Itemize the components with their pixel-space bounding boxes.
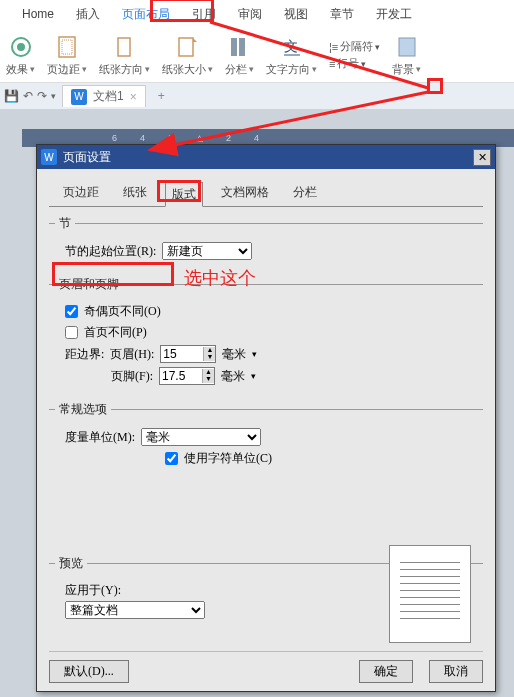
section-start-label: 节的起始位置(R):: [65, 243, 156, 260]
tab-chapter[interactable]: 章节: [328, 2, 356, 27]
margins-button[interactable]: 页边距: [47, 34, 87, 77]
dialog-title: 页面设置: [63, 149, 111, 166]
svg-text:文: 文: [284, 38, 298, 54]
orientation-icon: [112, 34, 138, 60]
linenumber-button[interactable]: ≡行号▾: [329, 56, 380, 71]
document-tab[interactable]: W 文档1 ×: [62, 85, 146, 107]
dlgtab-columns[interactable]: 分栏: [287, 181, 323, 206]
tab-developer[interactable]: 开发工: [374, 2, 414, 27]
close-icon[interactable]: ✕: [473, 149, 491, 166]
separator-button[interactable]: ¦≡分隔符▾: [329, 39, 380, 54]
size-icon: [175, 34, 201, 60]
breaks-group: ¦≡分隔符▾ ≡行号▾: [329, 39, 380, 71]
cancel-button[interactable]: 取消: [429, 660, 483, 683]
dlgtab-layout[interactable]: 版式: [165, 182, 203, 207]
effects-icon: [8, 34, 34, 60]
columns-icon: [227, 34, 253, 60]
footer-label: 页脚(F):: [111, 368, 153, 385]
dialog-icon: W: [41, 149, 57, 165]
app-logo-icon: W: [71, 89, 87, 105]
orientation-button[interactable]: 纸张方向: [99, 34, 150, 77]
save-icon[interactable]: 💾: [4, 89, 19, 103]
tab-insert[interactable]: 插入: [74, 2, 102, 27]
columns-button[interactable]: 分栏: [225, 34, 254, 77]
qat-more[interactable]: ▾: [51, 91, 56, 101]
new-tab[interactable]: +: [152, 89, 171, 103]
firstpage-checkbox[interactable]: [65, 326, 78, 339]
oddeven-label: 奇偶页不同(O): [84, 303, 161, 320]
dialog-tabs: 页边距 纸张 版式 文档网格 分栏: [49, 179, 483, 207]
applyto-select[interactable]: 整篇文档: [65, 601, 205, 619]
svg-rect-6: [231, 38, 237, 56]
document-name: 文档1: [93, 88, 124, 105]
footer-field[interactable]: [160, 369, 202, 383]
headerfooter-group: 页眉和页脚 奇偶页不同(O) 首页不同(P) 距边界: 页眉(H): ▲▼ 毫米…: [49, 276, 483, 393]
svg-rect-4: [118, 38, 130, 56]
svg-rect-9: [399, 38, 415, 56]
separator-icon: ¦≡: [329, 41, 338, 53]
svg-rect-3: [62, 40, 72, 54]
linenumber-icon: ≡: [329, 58, 335, 70]
section-group: 节 节的起始位置(R): 新建页: [49, 215, 483, 268]
header-unit: 毫米: [222, 346, 246, 363]
size-button[interactable]: 纸张大小: [162, 34, 213, 77]
applyto-label: 应用于(Y):: [65, 582, 121, 599]
tab-view[interactable]: 视图: [282, 2, 310, 27]
background-button[interactable]: 背景: [392, 34, 421, 77]
header-field[interactable]: [161, 347, 203, 361]
document-tabs: 💾 ↶ ↷ ▾ W 文档1 × +: [0, 83, 514, 109]
footer-stepper[interactable]: ▲▼: [159, 367, 215, 385]
unit-select[interactable]: 毫米: [141, 428, 261, 446]
tab-review[interactable]: 审阅: [236, 2, 264, 27]
tab-close[interactable]: ×: [130, 90, 137, 104]
textdirection-button[interactable]: 文 文字方向: [266, 34, 317, 77]
header-label: 页眉(H):: [110, 346, 154, 363]
page-setup-dialog: W页面设置 ✕ 页边距 纸张 版式 文档网格 分栏 节 节的起始位置(R): 新…: [36, 144, 496, 692]
annotation-text: 选中这个: [184, 266, 256, 290]
ribbon-body: 效果 页边距 纸张方向 纸张大小 分栏 文 文字方向 ¦≡分隔符▾ ≡行号▾ 背…: [0, 28, 514, 83]
tab-home[interactable]: Home: [20, 3, 56, 25]
header-stepper[interactable]: ▲▼: [160, 345, 216, 363]
ok-button[interactable]: 确定: [359, 660, 413, 683]
margins-icon: [54, 34, 80, 60]
dialog-footer: 默认(D)... 确定 取消: [49, 651, 483, 683]
svg-rect-7: [239, 38, 245, 56]
fromedge-label: 距边界:: [65, 346, 104, 363]
effects-button[interactable]: 效果: [6, 34, 35, 77]
preview-thumbnail: [389, 545, 471, 643]
tab-references[interactable]: 引用: [190, 2, 218, 27]
section-start-select[interactable]: 新建页: [162, 242, 252, 260]
quick-access: 💾 ↶ ↷ ▾: [4, 89, 56, 103]
redo-icon[interactable]: ↷: [37, 89, 47, 103]
textdirection-icon: 文: [279, 34, 305, 60]
oddeven-checkbox[interactable]: [65, 305, 78, 318]
firstpage-label: 首页不同(P): [84, 324, 147, 341]
footer-unit: 毫米: [221, 368, 245, 385]
usechar-label: 使用字符单位(C): [184, 450, 272, 467]
dlgtab-grid[interactable]: 文档网格: [215, 181, 275, 206]
dialog-titlebar[interactable]: W页面设置 ✕: [37, 145, 495, 169]
unit-label: 度量单位(M):: [65, 429, 135, 446]
dlgtab-margins[interactable]: 页边距: [57, 181, 105, 206]
dlgtab-paper[interactable]: 纸张: [117, 181, 153, 206]
background-icon: [394, 34, 420, 60]
default-button[interactable]: 默认(D)...: [49, 660, 129, 683]
svg-point-1: [17, 43, 25, 51]
tab-pagelayout[interactable]: 页面布局: [120, 2, 172, 27]
ribbon-tabs: Home 插入 页面布局 引用 审阅 视图 章节 开发工: [0, 0, 514, 28]
general-group: 常规选项 度量单位(M): 毫米 使用字符单位(C): [49, 401, 483, 475]
usechar-checkbox[interactable]: [165, 452, 178, 465]
svg-rect-5: [179, 38, 193, 56]
undo-icon[interactable]: ↶: [23, 89, 33, 103]
